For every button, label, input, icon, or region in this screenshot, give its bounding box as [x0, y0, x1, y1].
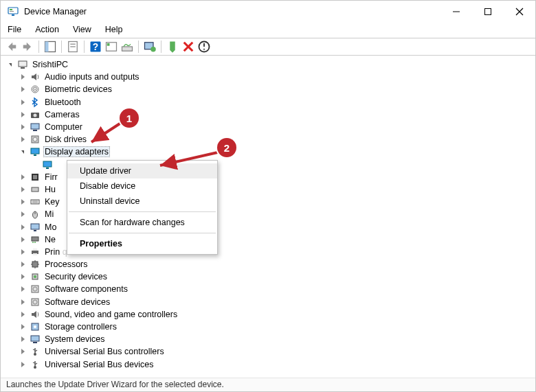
separator	[84, 41, 85, 53]
display-icon	[30, 146, 41, 157]
scan-button[interactable]	[120, 40, 134, 54]
tree-item[interactable]: Computer	[2, 121, 534, 133]
expander-icon[interactable]	[17, 122, 28, 132]
separator	[61, 41, 62, 53]
tree-item[interactable]: Biometric devices	[2, 83, 534, 95]
expander-icon[interactable]	[17, 321, 28, 332]
ctx-scan-hardware[interactable]: Scan for hardware changes	[67, 215, 217, 230]
tree-item-label: Universal Serial Bus controllers	[43, 347, 166, 356]
expander-icon[interactable]	[17, 196, 28, 207]
uninstall-button[interactable]	[181, 40, 195, 54]
expander-icon[interactable]	[17, 84, 28, 95]
cpu-icon	[30, 259, 41, 270]
menu-action[interactable]: Action	[30, 25, 65, 34]
ctx-separator	[69, 233, 216, 233]
ctx-update-driver[interactable]: Update driver	[67, 163, 217, 178]
tree-item[interactable]: Software components	[2, 283, 534, 295]
tree-item[interactable]: Processors	[2, 258, 534, 270]
expander-icon[interactable]	[17, 334, 28, 345]
tree-item[interactable]: Display adapters	[2, 146, 534, 158]
expander-icon[interactable]	[17, 284, 28, 295]
expander-icon[interactable]	[17, 172, 28, 183]
svg-point-49	[32, 242, 34, 243]
tree-item[interactable]: Universal Serial Bus controllers	[2, 345, 534, 358]
svg-rect-46	[31, 224, 39, 229]
svg-rect-35	[34, 154, 36, 156]
minimize-button[interactable]	[440, 1, 472, 23]
ctx-properties[interactable]: Properties	[67, 236, 217, 251]
tree-item[interactable]: Disk drives	[2, 133, 534, 146]
ctx-disable-device[interactable]: Disable device	[67, 178, 217, 194]
properties-button[interactable]	[66, 40, 80, 54]
menu-view[interactable]: View	[67, 25, 97, 34]
menu-file[interactable]: File	[2, 25, 27, 34]
annotation-badge-2: 2	[217, 138, 236, 157]
svg-text:?: ?	[93, 42, 98, 52]
svg-rect-36	[43, 161, 52, 167]
expander-icon[interactable]	[17, 297, 28, 308]
expander-icon[interactable]	[17, 259, 28, 270]
svg-rect-34	[31, 148, 39, 154]
expander-icon[interactable]	[17, 209, 28, 220]
keyboard-icon	[30, 196, 41, 207]
tree-item[interactable]: Software devices	[2, 296, 534, 308]
software-icon	[30, 284, 41, 295]
svg-rect-1	[12, 14, 14, 16]
expander-icon[interactable]	[17, 146, 28, 157]
status-bar: Launches the Update Driver Wizard for th…	[1, 378, 535, 391]
expander-icon[interactable]	[17, 271, 28, 282]
expander-icon[interactable]	[17, 234, 28, 245]
root-node[interactable]: SrishtiPC	[2, 58, 534, 71]
tree-item[interactable]: Bluetooth	[2, 96, 534, 108]
enable-button[interactable]	[166, 40, 179, 54]
device-tree[interactable]: SrishtiPC Audio inputs and outputsBiomet…	[1, 56, 535, 378]
maximize-button[interactable]	[472, 1, 504, 23]
svg-rect-30	[31, 124, 39, 129]
svg-rect-37	[46, 168, 49, 169]
tree-item-label: Audio inputs and outputs	[43, 72, 141, 82]
disable-button[interactable]	[197, 40, 211, 54]
network-icon	[30, 234, 41, 245]
tree-item-label: Display adapters	[43, 146, 110, 157]
help-button[interactable]: ?	[89, 40, 102, 54]
close-button[interactable]	[504, 1, 535, 23]
back-button[interactable]	[5, 40, 19, 54]
hid-icon	[30, 184, 41, 195]
bluetooth-icon	[30, 97, 41, 108]
expander-icon[interactable]	[5, 59, 16, 70]
ctx-uninstall-device[interactable]: Uninstall device	[67, 194, 217, 209]
tree-item[interactable]: Sound, video and game controllers	[2, 308, 534, 321]
expander-icon[interactable]	[17, 134, 28, 145]
svg-rect-5	[485, 9, 491, 15]
tree-item[interactable]: Security devices	[2, 270, 534, 283]
svg-point-19	[150, 47, 156, 52]
svg-point-22	[203, 49, 205, 50]
tree-item[interactable]: Cameras	[2, 108, 534, 121]
action-button[interactable]	[104, 40, 118, 54]
expander-icon[interactable]	[17, 109, 28, 120]
menu-help[interactable]: Help	[100, 25, 129, 34]
system-icon	[30, 334, 41, 345]
tree-item[interactable]: Universal Serial Bus devices	[2, 358, 534, 371]
forward-button[interactable]	[21, 40, 34, 54]
expander-icon[interactable]	[17, 71, 28, 82]
svg-rect-23	[19, 61, 27, 67]
tree-item[interactable]: System devices	[2, 333, 534, 345]
storage-icon	[30, 321, 41, 332]
update-driver-button[interactable]	[143, 40, 157, 54]
expander-icon[interactable]	[17, 346, 28, 357]
mouse-icon	[30, 209, 41, 220]
expander-icon[interactable]	[17, 309, 28, 320]
annotation-badge-1: 1	[120, 108, 139, 128]
expander-icon[interactable]	[17, 359, 28, 370]
expander-icon[interactable]	[17, 222, 28, 233]
show-hide-button[interactable]	[43, 40, 57, 54]
expander-icon[interactable]	[17, 184, 28, 195]
tree-item[interactable]: Storage controllers	[2, 321, 534, 333]
expander-icon[interactable]	[17, 97, 28, 108]
svg-rect-40	[32, 187, 38, 192]
expander-icon[interactable]	[17, 246, 28, 257]
svg-point-66	[34, 325, 36, 328]
tree-item[interactable]: Audio inputs and outputs	[2, 71, 534, 83]
svg-point-29	[34, 113, 37, 117]
